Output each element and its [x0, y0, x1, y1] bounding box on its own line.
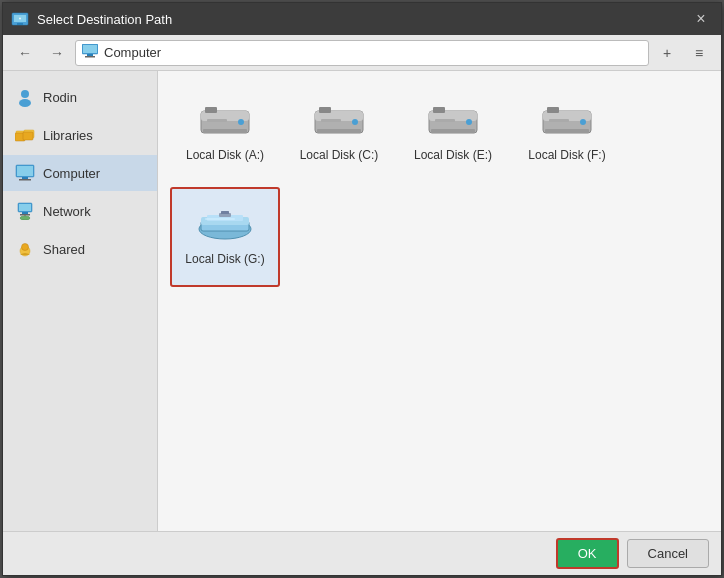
sidebar-item-libraries[interactable]: Libraries	[3, 117, 157, 153]
file-label-disk-c: Local Disk (C:)	[300, 148, 379, 164]
file-item-disk-f[interactable]: Local Disk (F:)	[512, 83, 622, 183]
user-icon	[15, 87, 35, 107]
svg-rect-15	[17, 166, 33, 176]
disk-g-icon	[197, 206, 253, 246]
toolbar-right: + ≡	[653, 40, 713, 66]
list-view-button[interactable]: ≡	[685, 40, 713, 66]
svg-rect-16	[22, 177, 28, 179]
file-item-disk-e[interactable]: Local Disk (E:)	[398, 83, 508, 183]
dialog: Select Destination Path × ← → Computer +…	[2, 2, 722, 576]
svg-rect-28	[205, 107, 217, 113]
file-label-disk-e: Local Disk (E:)	[414, 148, 492, 164]
main-area: Local Disk (A:) Local Dis	[158, 71, 721, 531]
svg-rect-35	[317, 129, 361, 133]
disk-a-icon	[197, 102, 253, 142]
forward-button[interactable]: →	[43, 40, 71, 66]
svg-rect-56	[205, 218, 235, 220]
footer: OK Cancel	[3, 531, 721, 575]
disk-c-icon	[311, 102, 367, 142]
computer-icon	[15, 163, 35, 183]
svg-rect-40	[433, 107, 445, 113]
svg-rect-49	[549, 119, 569, 122]
svg-rect-5	[83, 45, 97, 53]
svg-rect-2	[17, 23, 23, 25]
cancel-button[interactable]: Cancel	[627, 539, 709, 568]
titlebar-title: Select Destination Path	[37, 12, 689, 27]
add-folder-button[interactable]: +	[653, 40, 681, 66]
close-button[interactable]: ×	[689, 7, 713, 31]
svg-rect-20	[22, 212, 28, 214]
svg-rect-29	[203, 129, 247, 133]
disk-e-icon	[425, 102, 481, 142]
disk-f-icon	[539, 102, 595, 142]
svg-point-25	[22, 244, 29, 251]
titlebar-icon	[11, 10, 29, 28]
network-icon	[15, 201, 35, 221]
svg-point-9	[19, 99, 31, 107]
file-item-disk-c[interactable]: Local Disk (C:)	[284, 83, 394, 183]
svg-rect-6	[87, 54, 93, 56]
sidebar-label-network: Network	[43, 204, 91, 219]
sidebar: Rodin Libraries	[3, 71, 158, 531]
shared-icon	[15, 239, 35, 259]
svg-point-3	[19, 18, 21, 20]
svg-rect-17	[19, 179, 31, 181]
sidebar-item-computer[interactable]: Computer	[3, 155, 157, 191]
content-area: Rodin Libraries	[3, 71, 721, 531]
sidebar-label-rodin: Rodin	[43, 90, 77, 105]
svg-rect-46	[547, 107, 559, 113]
svg-rect-7	[85, 56, 95, 58]
titlebar: Select Destination Path ×	[3, 3, 721, 35]
file-label-disk-g: Local Disk (G:)	[185, 252, 264, 268]
file-label-disk-a: Local Disk (A:)	[186, 148, 264, 164]
svg-rect-31	[207, 119, 227, 122]
svg-point-8	[21, 90, 29, 98]
back-button[interactable]: ←	[11, 40, 39, 66]
svg-point-30	[238, 119, 244, 125]
sidebar-item-network[interactable]: Network	[3, 193, 157, 229]
svg-point-36	[352, 119, 358, 125]
sidebar-label-computer: Computer	[43, 166, 100, 181]
file-item-disk-a[interactable]: Local Disk (A:)	[170, 83, 280, 183]
sidebar-item-rodin[interactable]: Rodin	[3, 79, 157, 115]
libraries-icon	[15, 125, 35, 145]
file-grid: Local Disk (A:) Local Dis	[170, 83, 709, 287]
svg-point-22	[20, 216, 30, 220]
sidebar-label-libraries: Libraries	[43, 128, 93, 143]
location-computer-icon	[82, 44, 98, 61]
svg-rect-37	[321, 119, 341, 122]
svg-point-48	[580, 119, 586, 125]
location-bar: Computer	[75, 40, 649, 66]
svg-rect-19	[19, 204, 31, 211]
sidebar-label-shared: Shared	[43, 242, 85, 257]
location-text: Computer	[104, 45, 161, 60]
svg-rect-47	[545, 129, 589, 133]
toolbar: ← → Computer + ≡	[3, 35, 721, 71]
file-item-disk-g[interactable]: Local Disk (G:)	[170, 187, 280, 287]
svg-rect-13	[23, 132, 33, 140]
svg-rect-55	[221, 211, 229, 214]
sidebar-item-shared[interactable]: Shared	[3, 231, 157, 267]
svg-rect-34	[319, 107, 331, 113]
svg-rect-41	[431, 129, 475, 133]
svg-rect-43	[435, 119, 455, 122]
file-label-disk-f: Local Disk (F:)	[528, 148, 605, 164]
ok-button[interactable]: OK	[556, 538, 619, 569]
svg-point-42	[466, 119, 472, 125]
